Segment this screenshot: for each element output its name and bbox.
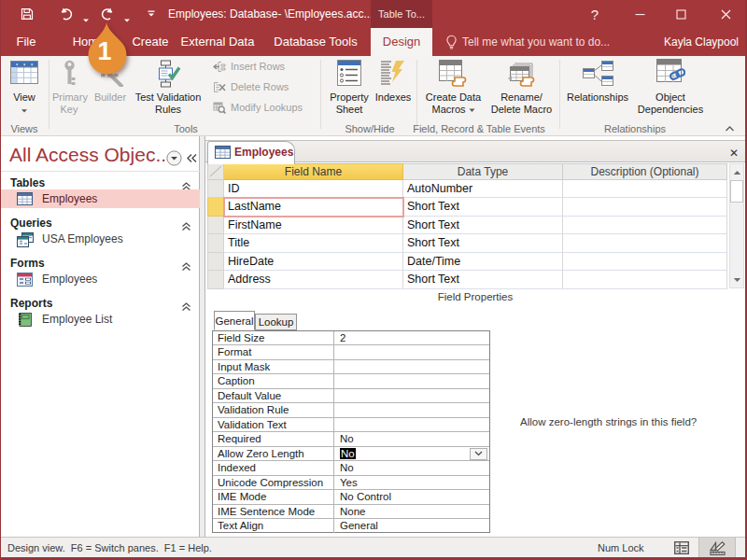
description-cell[interactable] <box>563 234 727 253</box>
document-tab-employees[interactable]: Employees <box>207 141 295 164</box>
customize-qat-button[interactable] <box>140 3 162 25</box>
row-selector-lastname[interactable] <box>207 198 224 217</box>
relationships-label: Relationships <box>562 91 633 104</box>
collapse-group-forms-icon[interactable] <box>181 259 191 268</box>
datasheet-view-button[interactable] <box>668 538 696 558</box>
property-row[interactable]: IME Sentence Mode None <box>213 505 489 519</box>
report-icon <box>17 313 32 327</box>
property-row[interactable]: Validation Text <box>213 418 489 432</box>
grid-header-data-type[interactable]: Data Type <box>403 163 563 180</box>
maximize-button[interactable] <box>662 0 699 28</box>
object-dependencies-button[interactable]: ObjectDependencies <box>635 58 706 123</box>
scroll-down-icon <box>733 277 741 283</box>
data-type-cell[interactable]: Short Text <box>403 234 563 253</box>
property-row[interactable]: Default Value <box>213 389 489 403</box>
grid-header-description[interactable]: Description (Optional) <box>563 163 727 180</box>
property-row-allow-zero-length[interactable]: Allow Zero Length No <box>213 447 489 461</box>
collapse-ribbon-button[interactable] <box>725 121 738 133</box>
tab-file[interactable]: File <box>17 28 36 56</box>
property-row[interactable]: Caption <box>213 374 489 388</box>
property-row[interactable]: Field Size 2 <box>213 331 489 345</box>
data-type-cell[interactable]: Short Text <box>403 217 563 235</box>
nav-pane-menu-icon <box>166 150 182 166</box>
data-type-cell[interactable]: Date/Time <box>403 253 563 272</box>
test-validation-rules-button[interactable]: Test ValidationRules <box>134 58 203 123</box>
user-name[interactable]: Kayla Claypool <box>664 28 739 56</box>
create-data-macros-icon <box>439 60 468 89</box>
property-dropdown-button[interactable] <box>470 448 487 460</box>
nav-item-query-usa-employees[interactable]: USA Employees <box>1 230 200 248</box>
collapse-group-reports-icon[interactable] <box>181 299 191 308</box>
property-sheet-button[interactable]: PropertySheet <box>327 58 372 123</box>
nav-pane-shutter-button[interactable] <box>186 151 198 168</box>
property-sheet-icon <box>337 60 361 86</box>
property-row[interactable]: Indexed No <box>213 461 489 475</box>
row-selector-hiredate[interactable] <box>207 253 224 272</box>
property-row[interactable]: Unicode Compression Yes <box>213 476 489 490</box>
property-row[interactable]: Text Align General <box>213 519 489 533</box>
collapse-group-queries-icon[interactable] <box>181 218 191 228</box>
data-type-cell[interactable]: Short Text <box>403 198 563 217</box>
tab-design[interactable]: Design <box>371 28 432 56</box>
property-row[interactable]: Input Mask <box>213 360 489 374</box>
field-name-cell[interactable]: ID <box>224 180 403 199</box>
num-lock-indicator: Num Lock <box>598 538 644 558</box>
indexes-icon <box>380 60 406 86</box>
field-name-cell[interactable]: Address <box>224 271 403 289</box>
description-cell[interactable] <box>563 198 727 217</box>
scroll-down-button[interactable] <box>730 272 743 287</box>
close-button[interactable] <box>707 0 744 28</box>
property-row[interactable]: Format <box>213 345 489 359</box>
nav-group-forms[interactable]: Forms <box>10 257 45 270</box>
scroll-up-button[interactable] <box>730 164 743 180</box>
relationships-button[interactable]: Relationships <box>562 58 633 123</box>
data-type-cell[interactable]: Short Text <box>403 271 563 289</box>
field-name-cell-selected[interactable]: LastName <box>224 198 403 217</box>
undo-button[interactable] <box>55 3 78 25</box>
contextual-tab-group: Table To... <box>371 0 432 29</box>
row-selector-address[interactable] <box>207 271 224 289</box>
row-selector-title[interactable] <box>207 234 224 253</box>
nav-group-queries[interactable]: Queries <box>10 217 52 230</box>
help-button[interactable]: ? <box>576 0 613 28</box>
tell-me-box[interactable]: Tell me what you want to do... <box>462 28 610 56</box>
description-cell[interactable] <box>563 271 727 289</box>
row-selector-id[interactable] <box>207 180 224 199</box>
grid-header-field-name[interactable]: Field Name <box>224 163 403 180</box>
create-data-macros-button[interactable]: Create DataMacros <box>423 58 484 123</box>
indexes-button[interactable]: Indexes <box>374 58 413 123</box>
rename-delete-macro-button[interactable]: Rename/Delete Macro <box>486 58 557 123</box>
grid-vertical-scrollbar[interactable] <box>729 163 744 288</box>
document-area: Employees ✕ Field Name Data Type Descrip… <box>205 136 745 537</box>
description-cell[interactable] <box>563 253 727 272</box>
save-button[interactable] <box>16 3 38 25</box>
data-type-cell[interactable]: AutoNumber <box>403 180 563 199</box>
minimize-button[interactable] <box>621 0 658 28</box>
collapse-group-tables-icon[interactable] <box>181 178 191 188</box>
property-row[interactable]: IME Mode No Control <box>213 490 489 504</box>
nav-pane-menu-button[interactable] <box>166 150 182 170</box>
nav-group-reports[interactable]: Reports <box>10 297 52 310</box>
nav-item-table-employees[interactable]: Employees <box>1 189 200 208</box>
field-name-cell[interactable]: Title <box>224 234 403 253</box>
callout-step-number: 1 <box>79 37 130 66</box>
tab-external-data[interactable]: External Data <box>181 28 255 56</box>
row-selector-firstname[interactable] <box>207 217 224 235</box>
property-row[interactable]: Required No <box>213 432 489 446</box>
scrollbar-thumb[interactable] <box>730 180 743 203</box>
document-close-button[interactable]: ✕ <box>726 146 741 161</box>
view-button[interactable]: View <box>4 58 45 123</box>
tab-database-tools[interactable]: Database Tools <box>274 28 357 56</box>
nav-item-report-employee-list[interactable]: Employee List <box>1 310 200 329</box>
nav-group-tables[interactable]: Tables <box>10 176 45 189</box>
tab-general[interactable]: General <box>214 311 255 330</box>
field-name-cell[interactable]: HireDate <box>224 253 403 272</box>
description-cell[interactable] <box>563 217 727 235</box>
field-name-cell[interactable]: FirstName <box>224 217 403 235</box>
description-cell[interactable] <box>563 180 727 199</box>
tab-lookup[interactable]: Lookup <box>255 314 297 330</box>
property-row[interactable]: Validation Rule <box>213 403 489 417</box>
grid-corner-cell[interactable] <box>207 163 224 180</box>
nav-item-form-employees[interactable]: Employees <box>1 270 200 288</box>
design-view-button[interactable] <box>698 538 736 558</box>
